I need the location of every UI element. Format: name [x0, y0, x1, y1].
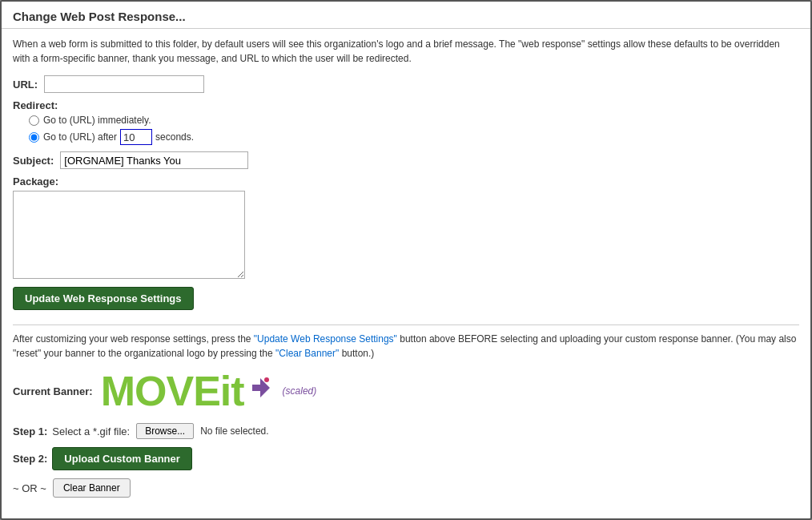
main-window: Change Web Post Response... When a web f… [0, 0, 812, 520]
upload-custom-banner-button[interactable]: Upload Custom Banner [52, 447, 191, 470]
step2-label: Step 2: [13, 453, 47, 465]
redirect-section: Redirect: Go to (URL) immediately. Go to… [13, 99, 799, 145]
redirect-label: Redirect: [13, 99, 799, 111]
redirect-option2-suffix: seconds. [155, 131, 194, 143]
after-text-link2: "Clear Banner" [275, 348, 339, 359]
title-bar: Change Web Post Response... [2, 2, 810, 29]
clear-banner-button[interactable]: Clear Banner [53, 478, 131, 498]
content-area: When a web form is submitted to this fol… [2, 29, 810, 506]
subject-row: Subject: [13, 151, 799, 169]
url-input[interactable] [44, 75, 204, 93]
svg-point-1 [264, 377, 269, 382]
after-text: After customizing your web response sett… [13, 332, 799, 361]
package-section: Package: [13, 175, 799, 279]
no-file-text: No file selected. [200, 425, 268, 437]
step2-row: Step 2: Upload Custom Banner [13, 447, 799, 470]
url-row: URL: [13, 75, 799, 93]
or-text: ~ OR ~ [13, 482, 46, 494]
after-text-link1: "Update Web Response Settings" [254, 333, 397, 345]
redirect-option1-label: Go to (URL) immediately. [43, 115, 151, 126]
redirect-option2-prefix: Go to (URL) after [43, 131, 117, 143]
step1-row: Step 1: Select a *.gif file: Browse... N… [13, 423, 799, 439]
url-label: URL: [13, 79, 38, 91]
package-label: Package: [13, 175, 799, 187]
subject-label: Subject: [13, 155, 54, 167]
redirect-option2-row: Go to (URL) after seconds. [29, 129, 799, 145]
moveit-logo: MOVEit [101, 370, 276, 412]
intro-text: When a web form is submitted to this fol… [13, 37, 799, 66]
redirect-after-radio[interactable] [29, 132, 39, 143]
browse-button[interactable]: Browse... [136, 423, 194, 439]
step1-text: Select a *.gif file: [52, 425, 130, 437]
seconds-input[interactable] [120, 129, 152, 145]
current-banner-row: Current Banner: MOVEit (scaled) [13, 370, 799, 412]
subject-input[interactable] [60, 151, 248, 169]
moveit-text: MOVEit [101, 370, 244, 412]
moveit-arrow-icon [246, 372, 276, 402]
or-row: ~ OR ~ Clear Banner [13, 478, 799, 498]
section-divider [13, 324, 799, 325]
update-settings-button[interactable]: Update Web Response Settings [13, 287, 194, 310]
page-title: Change Web Post Response... [13, 10, 799, 23]
package-textarea[interactable] [13, 191, 245, 279]
redirect-immediately-radio[interactable] [29, 115, 39, 126]
scaled-text: (scaled) [283, 385, 317, 397]
current-banner-label: Current Banner: [13, 385, 93, 397]
step1-label: Step 1: [13, 425, 47, 437]
redirect-option1-row: Go to (URL) immediately. [29, 115, 799, 126]
